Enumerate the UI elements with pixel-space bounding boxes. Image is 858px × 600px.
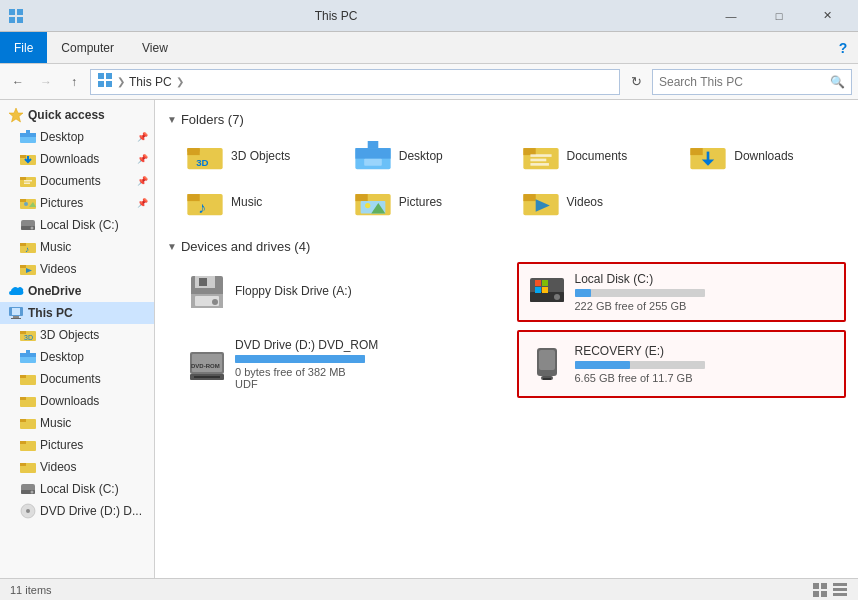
svg-rect-17: [24, 183, 30, 185]
svg-text:♪: ♪: [198, 199, 206, 216]
local-c-bar-fill: [575, 289, 592, 297]
sidebar-item-pictures[interactable]: Pictures 📌: [0, 192, 154, 214]
breadcrumb-sep2: ❯: [176, 76, 184, 87]
svg-point-20: [24, 202, 28, 206]
folder-item-documents[interactable]: Documents: [515, 135, 679, 177]
sidebar-3dobjects-label: 3D Objects: [40, 328, 99, 342]
onedrive-label: OneDrive: [28, 284, 81, 298]
search-box[interactable]: 🔍: [652, 69, 852, 95]
forward-button[interactable]: →: [34, 70, 58, 94]
sidebar-item-pictures2[interactable]: Pictures: [0, 434, 154, 456]
drive-item-recovery[interactable]: RECOVERY (E:) 6.65 GB free of 11.7 GB: [517, 330, 847, 398]
pin-icon4: 📌: [137, 198, 148, 208]
svg-rect-7: [106, 81, 112, 87]
drives-chevron[interactable]: ▼: [167, 241, 177, 252]
svg-text:DVD-ROM: DVD-ROM: [191, 363, 220, 369]
sidebar-item-desktop[interactable]: Desktop 📌: [0, 126, 154, 148]
back-button[interactable]: ←: [6, 70, 30, 94]
music-folder-icon2: [20, 415, 36, 431]
folder-music-label: Music: [231, 195, 262, 209]
drive-item-dvd[interactable]: DVD-ROM DVD Drive (D:) DVD_ROM 0 bytes f…: [179, 330, 509, 398]
sidebar-item-videos[interactable]: Videos: [0, 258, 154, 280]
svg-rect-39: [20, 353, 36, 357]
videos-folder-icon-large: [523, 187, 559, 217]
folder-item-music[interactable]: ♪ Music: [179, 181, 343, 223]
sidebar-item-localdisk2[interactable]: Local Disk (C:): [0, 478, 154, 500]
dvd-icon: [20, 503, 36, 519]
folder-item-videos[interactable]: Videos: [515, 181, 679, 223]
recovery-free: 6.65 GB free of 11.7 GB: [575, 372, 835, 384]
svg-rect-66: [530, 154, 551, 157]
sidebar-item-onedrive[interactable]: OneDrive: [0, 280, 154, 302]
desktop-folder-icon-large: [355, 141, 391, 171]
folders-chevron[interactable]: ▼: [167, 114, 177, 125]
dvd-free: 0 bytes free of 382 MB: [235, 366, 499, 378]
help-button[interactable]: ?: [828, 32, 858, 63]
svg-rect-33: [13, 316, 19, 318]
dvd-drive-icon: DVD-ROM: [189, 346, 225, 382]
sidebar-item-this-pc[interactable]: This PC: [0, 302, 154, 324]
search-input[interactable]: [659, 75, 830, 89]
grid-view-icon[interactable]: [812, 582, 828, 598]
folder-item-desktop[interactable]: Desktop: [347, 135, 511, 177]
refresh-button[interactable]: ↻: [624, 70, 648, 94]
close-button[interactable]: ✕: [804, 0, 850, 32]
minimize-button[interactable]: —: [708, 0, 754, 32]
folder-item-3dobjects[interactable]: 3D 3D Objects: [179, 135, 343, 177]
breadcrumb-thispc[interactable]: This PC: [129, 75, 172, 89]
tab-file[interactable]: File: [0, 32, 47, 63]
address-breadcrumb[interactable]: ❯ This PC ❯: [90, 69, 620, 95]
sidebar-item-quick-access[interactable]: Quick access: [0, 104, 154, 126]
sidebar-item-local-disk[interactable]: Local Disk (C:): [0, 214, 154, 236]
list-view-icon[interactable]: [832, 582, 848, 598]
title-bar: This PC — □ ✕: [0, 0, 858, 32]
svg-rect-112: [833, 593, 847, 596]
folder-item-downloads[interactable]: Downloads: [682, 135, 846, 177]
tab-computer[interactable]: Computer: [47, 32, 128, 63]
svg-rect-44: [20, 397, 26, 400]
svg-rect-19: [20, 199, 26, 202]
recovery-bar-bg: [575, 361, 705, 369]
svg-rect-10: [20, 133, 36, 137]
sidebar-item-downloads[interactable]: Downloads 📌: [0, 148, 154, 170]
drive-item-floppy[interactable]: Floppy Disk Drive (A:): [179, 262, 509, 322]
up-button[interactable]: ↑: [62, 70, 86, 94]
sidebar-item-desktop2[interactable]: Desktop: [0, 346, 154, 368]
drives-section-header: ▼ Devices and drives (4): [167, 239, 846, 254]
dvd-sublabel: UDF: [235, 378, 499, 390]
svg-rect-63: [364, 159, 382, 166]
documents-folder-icon-large: [523, 141, 559, 171]
sidebar-item-music2[interactable]: Music: [0, 412, 154, 434]
drive-item-local-c[interactable]: Local Disk (C:) 222 GB free of 255 GB: [517, 262, 847, 322]
svg-point-79: [365, 203, 370, 208]
sidebar-item-documents2[interactable]: Documents: [0, 368, 154, 390]
pictures-folder-icon2: [20, 437, 36, 453]
sidebar-item-downloads2[interactable]: Downloads: [0, 390, 154, 412]
quick-access-label: Quick access: [28, 108, 105, 122]
svg-rect-15: [20, 177, 26, 180]
tab-view[interactable]: View: [128, 32, 182, 63]
downloads-folder-icon-large: [690, 141, 726, 171]
svg-rect-105: [543, 378, 551, 380]
content-area: ▼ Folders (7) 3D 3D Objects: [155, 100, 858, 578]
sidebar-item-dvd[interactable]: DVD Drive (D:) D...: [0, 500, 154, 522]
window-controls[interactable]: — □ ✕: [708, 0, 850, 32]
svg-text:3D: 3D: [196, 157, 208, 168]
folder-videos-label: Videos: [567, 195, 603, 209]
sidebar-item-3dobjects[interactable]: 3D 3D Objects: [0, 324, 154, 346]
sidebar-item-videos2[interactable]: Videos: [0, 456, 154, 478]
svg-rect-95: [535, 287, 541, 293]
computer-icon: [8, 305, 24, 321]
window-title: This PC: [0, 9, 708, 23]
sidebar-item-music[interactable]: ♪ Music: [0, 236, 154, 258]
pictures-folder-icon: [20, 195, 36, 211]
svg-rect-34: [11, 318, 21, 319]
maximize-button[interactable]: □: [756, 0, 802, 32]
pin-icon: 📌: [137, 132, 148, 142]
folder-item-pictures[interactable]: Pictures: [347, 181, 511, 223]
recovery-bar-fill: [575, 361, 631, 369]
dvd-info: DVD Drive (D:) DVD_ROM 0 bytes free of 3…: [235, 338, 499, 390]
local-c-free: 222 GB free of 255 GB: [575, 300, 835, 312]
sidebar-item-documents[interactable]: Documents 📌: [0, 170, 154, 192]
search-icon: 🔍: [830, 75, 845, 89]
